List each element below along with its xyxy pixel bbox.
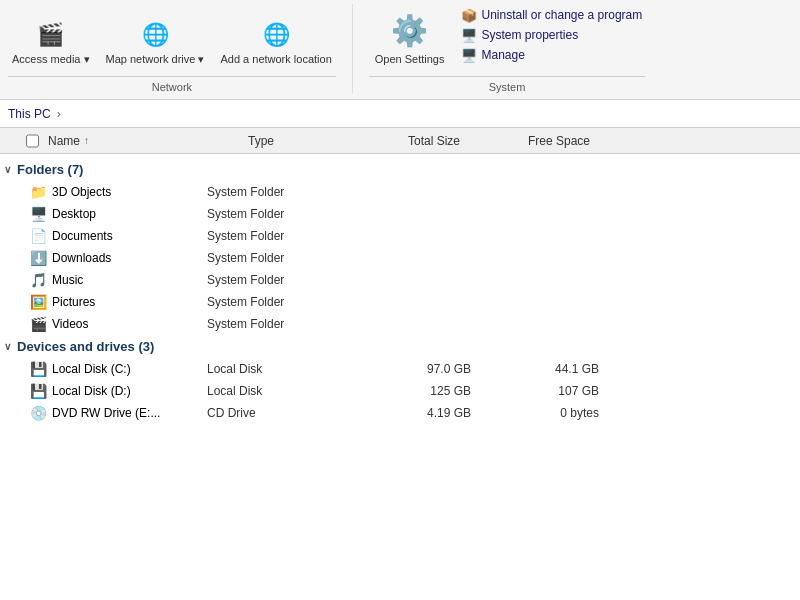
ribbon-group-system: ⚙️ Open Settings 📦 Uninstall or change a… — [369, 4, 661, 93]
dvd-e-icon: 💿 — [28, 403, 48, 423]
documents-icon: 📄 — [28, 226, 48, 246]
col-type-label: Type — [248, 134, 274, 148]
folder-row-documents[interactable]: 📄 Documents System Folder — [0, 225, 800, 247]
drive-row-d[interactable]: 💾 Local Disk (D:) Local Disk 125 GB 107 … — [0, 380, 800, 402]
ribbon-group-network: 🎬 Access media ▾ 🌐 Map network drive ▾ 🌐… — [8, 4, 353, 93]
col-totalsize-label: Total Size — [408, 134, 460, 148]
access-media-icon: 🎬 — [35, 19, 67, 51]
pictures-icon: 🖼️ — [28, 292, 48, 312]
map-network-icon: 🌐 — [139, 19, 171, 51]
ribbon-network-group-label: Network — [8, 76, 336, 93]
videos-icon: 🎬 — [28, 314, 48, 334]
column-headers: Name ↑ Type Total Size Free Space — [0, 128, 800, 154]
devices-section-label: Devices and drives (3) — [17, 339, 154, 354]
folders-section-header[interactable]: ∨ Folders (7) — [0, 158, 800, 181]
address-bar: This PC › — [0, 100, 800, 128]
col-header-name[interactable]: Name ↑ — [44, 128, 244, 153]
ribbon-system-group-label: System — [369, 76, 645, 93]
add-network-label: Add a network location — [220, 53, 331, 66]
col-header-freespace[interactable]: Free Space — [524, 128, 644, 153]
ribbon-add-network[interactable]: 🌐 Add a network location — [216, 17, 335, 68]
ribbon-uninstall[interactable]: 📦 Uninstall or change a program — [458, 6, 645, 24]
drive-row-c[interactable]: 💾 Local Disk (C:) Local Disk 97.0 GB 44.… — [0, 358, 800, 380]
ribbon-map-network[interactable]: 🌐 Map network drive ▾ — [102, 17, 209, 68]
folders-section-label: Folders (7) — [17, 162, 83, 177]
ribbon: 🎬 Access media ▾ 🌐 Map network drive ▾ 🌐… — [0, 0, 800, 100]
3dobjects-icon: 📁 — [28, 182, 48, 202]
local-c-totalsize: 97.0 GB — [367, 362, 487, 376]
pictures-type: System Folder — [207, 295, 367, 309]
folder-row-desktop[interactable]: 🖥️ Desktop System Folder — [0, 203, 800, 225]
open-settings-label: Open Settings — [375, 53, 445, 66]
ribbon-system-items: ⚙️ Open Settings 📦 Uninstall or change a… — [369, 6, 645, 68]
select-all-checkbox[interactable] — [26, 134, 39, 148]
folder-row-videos[interactable]: 🎬 Videos System Folder — [0, 313, 800, 335]
manage-label: Manage — [481, 48, 524, 62]
local-c-name: Local Disk (C:) — [52, 362, 207, 376]
local-c-icon: 💾 — [28, 359, 48, 379]
map-network-label: Map network drive ▾ — [106, 53, 205, 66]
local-d-freespace: 107 GB — [487, 384, 607, 398]
local-c-type: Local Disk — [207, 362, 367, 376]
uninstall-icon: 📦 — [461, 7, 477, 23]
ribbon-open-settings[interactable]: ⚙️ Open Settings — [369, 9, 451, 68]
dvd-e-type: CD Drive — [207, 406, 367, 420]
ribbon-manage[interactable]: 🖥️ Manage — [458, 46, 645, 64]
downloads-name: Downloads — [52, 251, 207, 265]
drive-row-dvd[interactable]: 💿 DVD RW Drive (E:... CD Drive 4.19 GB 0… — [0, 402, 800, 424]
downloads-icon: ⬇️ — [28, 248, 48, 268]
col-freespace-label: Free Space — [528, 134, 590, 148]
videos-name: Videos — [52, 317, 207, 331]
col-header-type[interactable]: Type — [244, 128, 404, 153]
folder-row-3dobjects[interactable]: 📁 3D Objects System Folder — [0, 181, 800, 203]
pictures-name: Pictures — [52, 295, 207, 309]
3dobjects-name: 3D Objects — [52, 185, 207, 199]
documents-type: System Folder — [207, 229, 367, 243]
folder-row-downloads[interactable]: ⬇️ Downloads System Folder — [0, 247, 800, 269]
videos-type: System Folder — [207, 317, 367, 331]
music-icon: 🎵 — [28, 270, 48, 290]
col-name-label: Name — [48, 134, 80, 148]
folder-row-pictures[interactable]: 🖼️ Pictures System Folder — [0, 291, 800, 313]
folder-row-music[interactable]: 🎵 Music System Folder — [0, 269, 800, 291]
address-separator: › — [57, 107, 61, 121]
music-type: System Folder — [207, 273, 367, 287]
desktop-type: System Folder — [207, 207, 367, 221]
downloads-type: System Folder — [207, 251, 367, 265]
desktop-icon: 🖥️ — [28, 204, 48, 224]
dvd-e-totalsize: 4.19 GB — [367, 406, 487, 420]
ribbon-system-side-items: 📦 Uninstall or change a program 🖥️ Syste… — [458, 6, 645, 64]
ribbon-system-properties[interactable]: 🖥️ System properties — [458, 26, 645, 44]
address-crumb-thispc[interactable]: This PC — [8, 107, 51, 121]
open-settings-icon: ⚙️ — [390, 11, 430, 51]
system-properties-label: System properties — [481, 28, 578, 42]
dvd-e-freespace: 0 bytes — [487, 406, 607, 420]
local-d-totalsize: 125 GB — [367, 384, 487, 398]
local-c-freespace: 44.1 GB — [487, 362, 607, 376]
folders-chevron: ∨ — [4, 164, 11, 175]
ribbon-access-media[interactable]: 🎬 Access media ▾ — [8, 17, 94, 68]
uninstall-label: Uninstall or change a program — [481, 8, 642, 22]
devices-chevron: ∨ — [4, 341, 11, 352]
access-media-label: Access media ▾ — [12, 53, 90, 66]
devices-section-header[interactable]: ∨ Devices and drives (3) — [0, 335, 800, 358]
3dobjects-type: System Folder — [207, 185, 367, 199]
sort-arrow: ↑ — [84, 135, 89, 146]
manage-icon: 🖥️ — [461, 47, 477, 63]
desktop-name: Desktop — [52, 207, 207, 221]
dvd-e-name: DVD RW Drive (E:... — [52, 406, 207, 420]
documents-name: Documents — [52, 229, 207, 243]
local-d-type: Local Disk — [207, 384, 367, 398]
col-header-totalsize[interactable]: Total Size — [404, 128, 524, 153]
add-network-icon: 🌐 — [260, 19, 292, 51]
local-d-name: Local Disk (D:) — [52, 384, 207, 398]
local-d-icon: 💾 — [28, 381, 48, 401]
music-name: Music — [52, 273, 207, 287]
main-content: ∨ Folders (7) 📁 3D Objects System Folder… — [0, 154, 800, 600]
col-header-checkbox[interactable] — [22, 128, 40, 153]
ribbon-network-items: 🎬 Access media ▾ 🌐 Map network drive ▾ 🌐… — [8, 17, 336, 68]
system-properties-icon: 🖥️ — [461, 27, 477, 43]
